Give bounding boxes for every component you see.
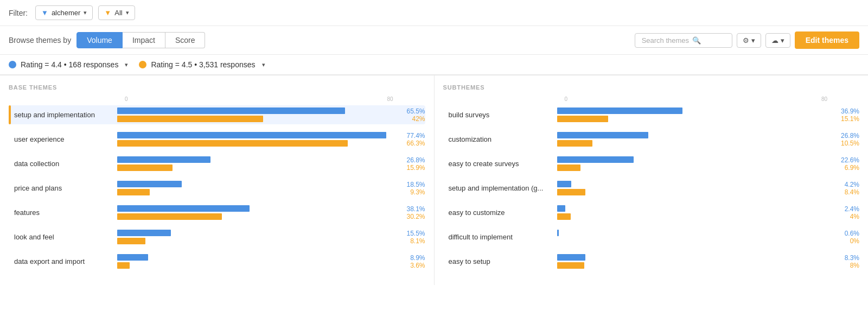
browse-label: Browse themes by [9,36,71,45]
subtheme-name: customization [443,133,557,145]
rating-label-1: Rating = 4.4 • 168 responses [21,60,118,69]
rating-dot-orange [139,61,146,68]
bar-orange [117,116,263,122]
filter-alchemer-button[interactable]: ▼ alchemer ▾ [35,5,93,20]
sub-bar-track-orange [557,238,830,244]
funnel-orange-icon: ▼ [104,9,111,17]
pct-pair: 26.8% 15.9% [395,156,425,172]
subtheme-name: setup and implementation (g... [443,182,557,194]
pct-pair: 15.5% 8.1% [395,230,425,245]
pct-pair: 18.5% 9.3% [395,181,425,196]
subtheme-row[interactable]: difficult to implement 0.6% 0% [443,227,860,246]
sub-bar-area [557,203,830,222]
rating-chevron-1[interactable]: ▾ [125,61,128,68]
base-theme-row[interactable]: user experience 77.4% 66.3% [9,130,425,149]
sub-bar-track-orange [557,116,830,122]
bar-track-orange [117,262,395,269]
tab-volume[interactable]: Volume [76,32,123,48]
bar-blue [117,132,386,138]
base-theme-row[interactable]: look and feel 15.5% 8.1% [9,227,425,246]
bar-track-blue [117,181,395,187]
chevron-settings-icon: ▾ [751,36,755,45]
bar-track-orange [117,116,395,122]
sub-pct-pair: 8.3% 8% [829,254,859,269]
subthemes-section-label: SUBTHEMES [443,84,860,91]
search-box[interactable]: Search themes 🔍 [635,33,732,48]
sub-bar-track-blue [557,230,830,236]
base-theme-row[interactable]: setup and implementation 65.5% 42% [9,105,425,124]
chevron-down-icon-2: ▾ [126,9,129,16]
bar-area [117,227,395,246]
subthemes-panel: SUBTHEMES 0 80 build surveys 36.9% 15.1% [434,75,869,285]
tab-impact[interactable]: Impact [123,32,165,48]
bar-area [117,130,395,149]
sub-pct-blue: 0.6% [845,230,859,237]
bar-track-blue [117,230,395,236]
edit-themes-button[interactable]: Edit themes [795,31,859,49]
rating-item-1: Rating = 4.4 • 168 responses ▾ [9,60,128,69]
rating-chevron-2[interactable]: ▾ [262,61,265,68]
subtheme-row[interactable]: easy to create surveys 22.6% 6.9% [443,154,860,173]
sub-bar-track-orange [557,189,830,195]
sub-bar-blue [557,156,634,163]
bar-orange [117,140,348,147]
sub-pct-blue: 8.3% [845,254,859,262]
sub-bar-track-orange [557,213,830,220]
subtheme-row[interactable]: easy to setup 8.3% 8% [443,252,860,271]
sub-bar-track-orange [557,140,830,147]
bar-track-blue [117,205,395,212]
sub-axis-start: 0 [565,96,568,102]
filter-all-button[interactable]: ▼ All ▾ [98,5,135,20]
chevron-export-icon: ▾ [781,36,784,45]
sub-pct-pair: 4.2% 8.4% [829,181,859,196]
subtheme-row[interactable]: setup and implementation (g... 4.2% 8.4% [443,179,860,198]
pct-blue: 8.9% [410,254,425,262]
tab-score[interactable]: Score [165,32,206,48]
browse-section: Browse themes by Volume Impact Score [9,32,205,48]
base-theme-row[interactable]: data collection 26.8% 15.9% [9,154,425,173]
subtheme-name: build surveys [443,109,557,121]
bar-track-orange [117,238,395,244]
base-theme-row[interactable]: features 38.1% 30.2% [9,203,425,222]
rating-dot-blue [9,61,16,68]
bar-blue [117,181,182,187]
base-themes-section-label: BASE THEMES [9,84,425,91]
sub-bar-blue [557,254,585,261]
sub-bar-track-orange [557,262,830,269]
base-theme-row[interactable]: data export and import 8.9% 3.6% [9,252,425,271]
content-area: BASE THEMES 0 80 setup and implementatio… [0,75,868,285]
sub-bar-area [557,179,830,198]
chevron-down-icon: ▾ [84,9,87,16]
sub-pct-pair: 26.8% 10.5% [829,132,859,147]
base-themes-panel: BASE THEMES 0 80 setup and implementatio… [0,75,434,285]
sub-pct-pair: 2.4% 4% [829,205,859,220]
base-theme-row[interactable]: price and plans 18.5% 9.3% [9,179,425,198]
base-theme-name: user experience [9,133,117,145]
base-theme-name: look and feel [9,231,117,243]
search-placeholder: Search themes [642,36,689,45]
pct-orange: 42% [412,115,425,123]
sub-bar-area [557,130,830,149]
sub-bar-area [557,154,830,173]
subtheme-row[interactable]: customization 26.8% 10.5% [443,130,860,149]
sub-bar-orange [557,262,584,269]
rating-item-2: Rating = 4.5 • 3,531 responses ▾ [139,60,265,69]
sub-pct-orange: 6.9% [845,164,859,172]
export-button[interactable]: ☁ ▾ [765,33,790,48]
sub-pct-orange: 8% [850,262,859,269]
subtheme-row[interactable]: build surveys 36.9% 15.1% [443,105,860,124]
subtheme-name: easy to create surveys [443,157,557,170]
sub-bar-orange [557,164,580,171]
subtheme-name: easy to setup [443,255,557,268]
bar-orange [117,189,150,195]
subtheme-row[interactable]: easy to customize 2.4% 4% [443,203,860,222]
filter-bar: Filter: ▼ alchemer ▾ ▼ All ▾ [0,0,868,26]
sub-pct-blue: 26.8% [841,132,859,140]
bar-area [117,203,395,222]
bar-orange [117,238,145,244]
sub-bar-track-blue [557,156,830,163]
settings-button[interactable]: ⚙ ▾ [737,33,761,48]
toolbar-right: Search themes 🔍 ⚙ ▾ ☁ ▾ Edit themes [635,31,859,49]
pct-pair: 8.9% 3.6% [395,254,425,269]
sub-bar-area [557,227,830,246]
